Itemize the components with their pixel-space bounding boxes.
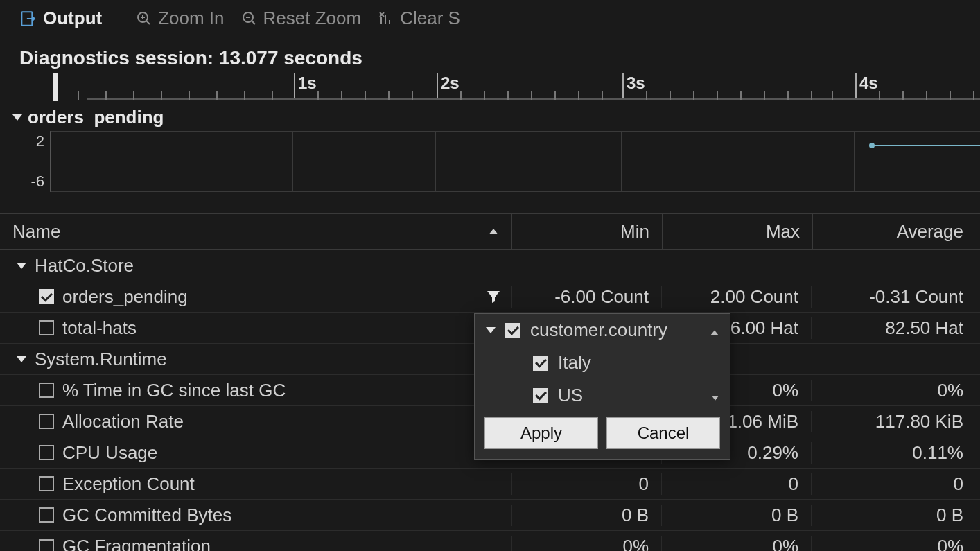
table-row[interactable]: Exception Count 0 0 0 [0, 469, 980, 500]
table-row[interactable]: GC Committed Bytes 0 B 0 B 0 B [0, 500, 980, 531]
cell-max: 2.00 Count [661, 286, 811, 308]
cancel-button[interactable]: Cancel [606, 417, 720, 449]
expand-icon[interactable] [486, 327, 496, 333]
filter-option-label: US [558, 385, 583, 406]
apply-button[interactable]: Apply [484, 417, 598, 449]
series-line [872, 145, 980, 146]
row-name: GC Committed Bytes [62, 505, 231, 526]
filter-option-label: Italy [558, 352, 591, 374]
filter-popup: customer.country Italy US Apply Cancel [474, 313, 730, 460]
y-min: -6 [30, 173, 44, 191]
output-icon [19, 10, 37, 28]
row-checkbox[interactable] [39, 320, 54, 335]
col-max-header[interactable]: Max [663, 221, 812, 243]
row-name: % Time in GC since last GC [62, 380, 286, 401]
ruler-tick: 1s [298, 73, 317, 93]
cell-avg: 82.50 Hat [811, 317, 980, 339]
col-name-label: Name [12, 221, 60, 243]
output-label: Output [43, 8, 102, 29]
row-name: Exception Count [62, 473, 195, 495]
expand-icon[interactable] [17, 263, 26, 269]
clear-label: Clear S [400, 8, 460, 29]
reset-zoom-icon [241, 10, 258, 27]
metric-chart[interactable]: 2 -6 [12, 131, 980, 192]
zoom-in-button[interactable]: Zoom In [130, 6, 229, 30]
group-row[interactable]: HatCo.Store [0, 250, 980, 281]
row-name: Allocation Rate [62, 411, 184, 432]
col-name-header[interactable]: Name [0, 221, 511, 243]
cell-avg: 117.80 KiB [811, 411, 980, 432]
group-name: System.Runtime [35, 349, 167, 370]
row-checkbox[interactable] [39, 289, 54, 304]
filter-checkbox[interactable] [533, 356, 548, 371]
filter-checkbox[interactable] [505, 323, 520, 338]
session-label-prefix: Diagnostics session: [19, 47, 219, 69]
sort-asc-icon [489, 229, 498, 234]
col-min-header[interactable]: Min [512, 221, 662, 243]
output-button[interactable]: Output [14, 6, 107, 30]
group-name: HatCo.Store [35, 255, 134, 277]
row-checkbox[interactable] [39, 507, 54, 523]
cell-max: 0 [661, 473, 811, 495]
zoom-in-label: Zoom In [158, 8, 224, 29]
cell-avg: 0.11% [811, 442, 980, 464]
reset-zoom-label: Reset Zoom [263, 8, 362, 29]
clear-chart-icon [378, 10, 394, 27]
row-checkbox[interactable] [39, 383, 54, 398]
filter-icon[interactable] [485, 288, 502, 305]
row-checkbox[interactable] [39, 445, 54, 460]
ruler-tick: 2s [441, 73, 460, 93]
time-ruler[interactable]: 1s 2s 3s 4s [12, 73, 980, 104]
row-checkbox[interactable] [39, 476, 54, 491]
row-checkbox[interactable] [39, 414, 54, 429]
filter-dimension: customer.country [530, 320, 667, 341]
row-checkbox[interactable] [39, 539, 54, 552]
table-row[interactable]: GC Fragmentation 0% 0% 0% [0, 531, 980, 551]
row-name: total-hats [62, 317, 137, 339]
cell-max: 0 B [661, 505, 811, 526]
y-max: 2 [36, 132, 44, 150]
playhead[interactable] [53, 73, 58, 101]
scroll-up-icon[interactable] [709, 320, 720, 341]
filter-checkbox[interactable] [533, 388, 548, 403]
toolbar: Output Zoom In Reset Zoom Clear S [0, 0, 980, 37]
toolbar-separator [119, 7, 119, 30]
cell-avg: 0% [811, 380, 980, 401]
cell-max: 0% [661, 536, 811, 551]
y-axis: 2 -6 [12, 131, 50, 192]
col-avg-header[interactable]: Average [813, 221, 980, 243]
row-name: GC Fragmentation [62, 536, 211, 551]
cell-avg: 0% [811, 536, 980, 551]
filter-dimension-row[interactable]: customer.country [475, 314, 730, 347]
cell-min: -6.00 Count [511, 286, 661, 308]
collapse-icon[interactable] [12, 114, 22, 121]
ruler-tick: 3s [627, 73, 645, 93]
table-header: Name Min Max Average [0, 214, 980, 250]
reset-zoom-button[interactable]: Reset Zoom [236, 6, 367, 30]
cell-avg: 0 B [811, 505, 980, 526]
table-row[interactable]: orders_pending -6.00 Count 2.00 Count -0… [0, 281, 980, 313]
cell-avg: -0.31 Count [811, 286, 980, 308]
row-name: CPU Usage [62, 442, 157, 464]
expand-icon[interactable] [17, 356, 26, 362]
row-name: orders_pending [62, 286, 188, 308]
session-duration: 13.077 seconds [219, 47, 362, 69]
metric-name: orders_pending [28, 107, 164, 128]
cell-min: 0 B [511, 505, 661, 526]
cell-min: 0% [511, 536, 661, 551]
scroll-down-icon[interactable] [710, 385, 720, 406]
plot-area[interactable] [50, 131, 980, 192]
ruler-tick: 4s [859, 73, 878, 93]
metric-header[interactable]: orders_pending [0, 104, 980, 131]
session-title: Diagnostics session: 13.077 seconds [0, 37, 980, 73]
zoom-in-icon [136, 10, 152, 27]
cell-avg: 0 [811, 473, 980, 495]
filter-option[interactable]: Italy [475, 347, 730, 379]
cell-min: 0 [511, 473, 661, 495]
filter-option[interactable]: US [475, 379, 730, 412]
clear-button[interactable]: Clear S [372, 6, 466, 30]
